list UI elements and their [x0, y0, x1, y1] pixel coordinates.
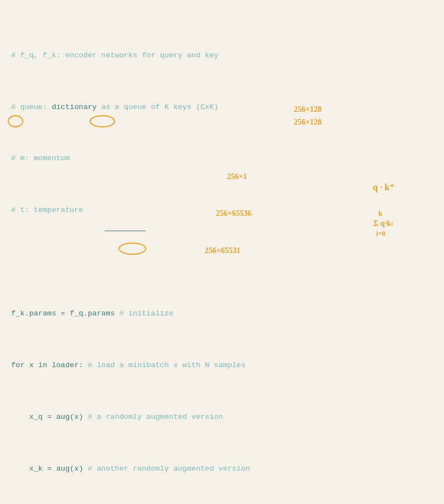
code-line-4: # t: temperature: [11, 204, 433, 216]
code-block: # f_q, f_k: encoder networks for query a…: [0, 0, 444, 504]
code-line-6: f_k.params = f_q.params # initialize: [11, 307, 433, 320]
code-line-7: for x in loader: # load a minibatch x wi…: [11, 359, 433, 372]
blank-line-1: [11, 255, 433, 268]
code-line-1: # f_q, f_k: encoder networks for query a…: [11, 49, 433, 62]
code-line-3: # m: momentum: [11, 152, 433, 165]
code-line-9: x_k = aug(x) # another randomly augmente…: [11, 462, 433, 475]
code-line-2: # queue: dictionary as a queue of K keys…: [11, 101, 433, 113]
code-line-8: x_q = aug(x) # a randomly augmented vers…: [11, 411, 433, 423]
